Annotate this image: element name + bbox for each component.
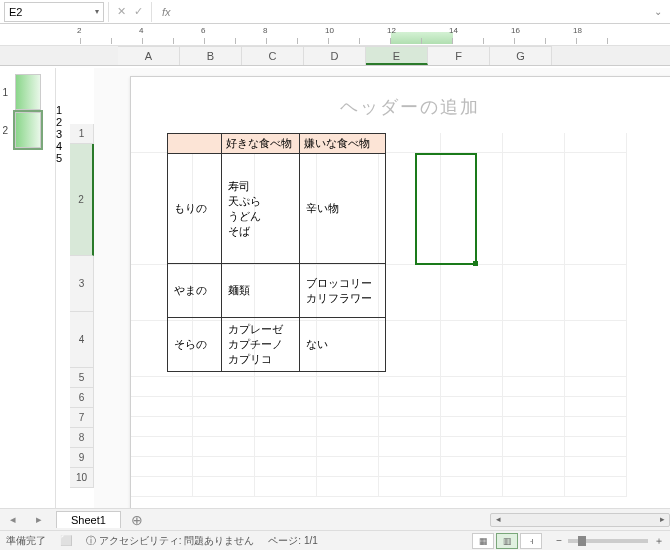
left-panel: 12 <box>0 68 56 508</box>
cancel-icon[interactable]: ✕ <box>117 5 126 18</box>
row-headers: 12345678910 <box>70 124 94 488</box>
tab-nav-next-icon[interactable]: ▸ <box>26 513 52 526</box>
zoom-slider[interactable] <box>568 539 648 543</box>
enter-icon[interactable]: ✓ <box>134 5 143 18</box>
page-thumbnails: 12 <box>0 68 55 508</box>
row-header-1[interactable]: 1 <box>70 124 94 144</box>
th-blank <box>168 134 222 154</box>
name-box-value: E2 <box>9 6 22 18</box>
row-header-9[interactable]: 9 <box>70 448 94 468</box>
status-ready: 準備完了 <box>6 534 46 548</box>
formula-bar: E2 ▾ ✕ ✓ fx ⌄ <box>0 0 670 24</box>
row-header-7[interactable]: 7 <box>70 408 94 428</box>
col-header-G[interactable]: G <box>490 46 552 65</box>
name-box-dropdown-icon[interactable]: ▾ <box>95 7 99 16</box>
page-canvas: ヘッダーの追加 好きな食べ物 嫌いな食べ物 もりの 寿司 天ぷら うどん そば … <box>94 68 670 508</box>
accessibility-status[interactable]: ⓘ アクセシビリティ: 問題ありません <box>86 534 254 548</box>
page-indicator: ページ: 1/1 <box>268 534 317 548</box>
cell-likes-1[interactable]: 寿司 天ぷら うどん そば <box>222 154 300 264</box>
zoom-in-icon[interactable]: ＋ <box>654 534 664 548</box>
cell-dislikes-3[interactable]: ない <box>300 318 386 372</box>
row-header-3[interactable]: 3 <box>70 256 94 312</box>
col-header-B[interactable]: B <box>180 46 242 65</box>
cell-dislikes-1[interactable]: 辛い物 <box>300 154 386 264</box>
tab-nav-prev-icon[interactable]: ◂ <box>0 513 26 526</box>
col-header-A[interactable]: A <box>118 46 180 65</box>
horizontal-scrollbar[interactable]: ◂ ▸ <box>490 513 670 527</box>
th-dislikes: 嫌いな食べ物 <box>300 134 386 154</box>
row-header-6[interactable]: 6 <box>70 388 94 408</box>
vertical-ruler[interactable]: 12345 <box>56 68 70 508</box>
header-placeholder[interactable]: ヘッダーの追加 <box>131 77 670 131</box>
row-header-8[interactable]: 8 <box>70 428 94 448</box>
row-header-10[interactable]: 10 <box>70 468 94 488</box>
col-header-E[interactable]: E <box>366 46 428 65</box>
formula-controls: ✕ ✓ <box>108 2 152 22</box>
formula-input[interactable] <box>175 2 646 22</box>
view-page-break-icon[interactable]: ⫞ <box>520 533 542 549</box>
zoom-control: − ＋ <box>556 534 664 548</box>
scroll-left-icon[interactable]: ◂ <box>491 514 505 526</box>
view-switcher: ▦ ▥ ⫞ <box>472 533 542 549</box>
formula-expand-icon[interactable]: ⌄ <box>650 6 666 17</box>
selection-cell[interactable] <box>415 153 477 265</box>
scroll-right-icon[interactable]: ▸ <box>655 514 669 526</box>
row-header-2[interactable]: 2 <box>70 144 94 256</box>
name-box[interactable]: E2 ▾ <box>4 2 104 22</box>
column-headers: ABCDEFG <box>0 46 670 66</box>
accessibility-icon: ⓘ <box>86 535 96 546</box>
horizontal-ruler[interactable]: 24681012141618 <box>56 24 670 45</box>
fill-handle[interactable] <box>473 261 478 266</box>
horizontal-ruler-area: 24681012141618 <box>0 24 670 46</box>
cell-dislikes-2[interactable]: ブロッコリー カリフラワー <box>300 264 386 318</box>
cell-name-1[interactable]: もりの <box>168 154 222 264</box>
sheet-area: 12345678910 ヘッダーの追加 好きな食べ物 嫌いな食べ物 もりの 寿司… <box>70 68 670 508</box>
view-normal-icon[interactable]: ▦ <box>472 533 494 549</box>
col-header-D[interactable]: D <box>304 46 366 65</box>
cell-likes-3[interactable]: カプレーゼ カプチーノ カプリコ <box>222 318 300 372</box>
col-header-F[interactable]: F <box>428 46 490 65</box>
page-thumb[interactable] <box>15 112 41 148</box>
macro-record-icon[interactable]: ⬜ <box>60 535 72 546</box>
col-header-C[interactable]: C <box>242 46 304 65</box>
data-table: 好きな食べ物 嫌いな食べ物 もりの 寿司 天ぷら うどん そば 辛い物 やまの … <box>167 133 386 372</box>
fx-icon[interactable]: fx <box>156 6 171 18</box>
page-thumb[interactable] <box>15 74 41 110</box>
th-likes: 好きな食べ物 <box>222 134 300 154</box>
view-page-layout-icon[interactable]: ▥ <box>496 533 518 549</box>
main-area: 12 12345 12345678910 ヘッダーの追加 好きな食べ物 嫌いな食… <box>0 68 670 508</box>
page: ヘッダーの追加 好きな食べ物 嫌いな食べ物 もりの 寿司 天ぷら うどん そば … <box>130 76 670 508</box>
add-sheet-icon[interactable]: ⊕ <box>121 512 153 528</box>
row-header-5[interactable]: 5 <box>70 368 94 388</box>
cell-likes-2[interactable]: 麺類 <box>222 264 300 318</box>
row-header-4[interactable]: 4 <box>70 312 94 368</box>
sheet-tab-bar: ◂ ▸ Sheet1 ⊕ ◂ ▸ <box>0 508 670 530</box>
sheet-tab[interactable]: Sheet1 <box>56 511 121 528</box>
cell-name-2[interactable]: やまの <box>168 264 222 318</box>
zoom-thumb[interactable] <box>578 536 586 546</box>
status-bar: 準備完了 ⬜ ⓘ アクセシビリティ: 問題ありません ページ: 1/1 ▦ ▥ … <box>0 530 670 550</box>
zoom-out-icon[interactable]: − <box>556 535 562 546</box>
cell-name-3[interactable]: そらの <box>168 318 222 372</box>
